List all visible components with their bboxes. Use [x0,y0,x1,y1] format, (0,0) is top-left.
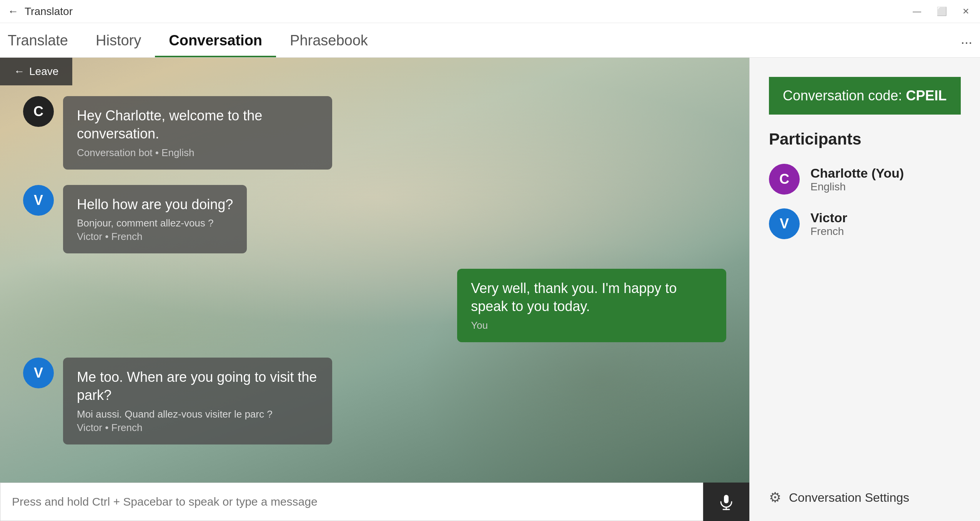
message-bubble: Me too. When are you going to visit the … [63,358,332,444]
message-meta: Conversation bot • English [77,147,318,159]
maximize-button[interactable]: ⬜ [933,5,950,18]
settings-icon: ⚙ [769,489,781,506]
message-sub: Moi aussi. Quand allez-vous visiter le p… [77,408,318,420]
participant-name: Charlotte (You) [810,166,904,181]
message-meta: You [471,320,712,331]
avatar: V [23,358,54,388]
avatar: V [769,208,800,239]
participant-list: C Charlotte (You) English V Victor Frenc… [769,164,961,239]
avatar-letter: V [34,365,43,381]
message-bubble: Hello how are you doing? Bonjour, commen… [63,185,247,254]
message-row: C Hey Charlotte, welcome to the conversa… [23,96,726,170]
close-button[interactable]: ✕ [959,5,972,18]
conv-code-value: CPEIL [906,88,947,104]
tab-conversation[interactable]: Conversation [155,32,276,57]
avatar: C [23,96,54,127]
minimize-button[interactable]: — [910,5,924,18]
chat-input-row [0,475,749,521]
avatar-letter: V [34,192,43,208]
chat-input[interactable] [12,495,691,508]
avatar-letter: C [33,103,43,120]
titlebar-left: ← Translator [8,5,73,18]
message-sub: Bonjour, comment allez-vous ? [77,217,233,229]
chat-area: ← Leave C Hey Charlotte, welcome to the … [0,58,749,521]
tab-history[interactable]: History [82,32,155,57]
titlebar-controls: — ⬜ ✕ [910,5,972,18]
sidebar: Conversation code: CPEIL Participants C … [749,58,980,521]
avatar-letter: C [779,171,789,187]
message-row: Very well, thank you. I'm happy to speak… [23,269,726,342]
avatar-letter: V [780,216,789,232]
nav-tabs: Translate History Conversation Phraseboo… [0,23,980,58]
message-text: Me too. When are you going to visit the … [77,368,318,404]
message-meta: Victor • French [77,231,233,243]
conversation-code-button[interactable]: Conversation code: CPEIL [769,77,961,115]
participant-name: Victor [810,210,847,225]
more-options-button[interactable]: ··· [961,34,972,57]
leave-button[interactable]: ← Leave [0,58,72,85]
chat-input-wrap [0,483,703,521]
app-title: Translator [25,5,73,18]
message-bubble: Very well, thank you. I'm happy to speak… [457,269,726,342]
settings-label: Conversation Settings [789,491,909,505]
back-arrow-icon[interactable]: ← [8,5,18,18]
message-row: V Hello how are you doing? Bonjour, comm… [23,185,726,254]
message-row: V Me too. When are you going to visit th… [23,358,726,444]
participant-info: Charlotte (You) English [810,166,904,193]
participant-item: V Victor French [769,208,961,239]
participant-info: Victor French [810,210,847,238]
conv-code-label: Conversation code: [783,88,902,104]
svg-rect-0 [724,495,729,503]
mic-button[interactable] [703,483,749,521]
participant-language: French [810,225,847,238]
leave-label: Leave [29,65,58,78]
mic-icon [718,493,735,510]
participant-item: C Charlotte (You) English [769,164,961,195]
leave-arrow-icon: ← [14,65,25,78]
participants-title: Participants [769,130,961,148]
message-meta: Victor • French [77,422,318,434]
messages-list: C Hey Charlotte, welcome to the conversa… [0,58,749,475]
nav-tabs-left: Translate History Conversation Phraseboo… [8,32,382,57]
tab-phrasebook[interactable]: Phrasebook [276,32,382,57]
message-text: Hey Charlotte, welcome to the conversati… [77,107,318,143]
settings-row[interactable]: ⚙ Conversation Settings [769,489,961,506]
participant-language: English [810,181,904,193]
avatar: V [23,185,54,216]
message-bubble: Hey Charlotte, welcome to the conversati… [63,96,332,170]
message-text: Very well, thank you. I'm happy to speak… [471,280,712,316]
titlebar: ← Translator — ⬜ ✕ [0,0,980,23]
tab-translate[interactable]: Translate [8,32,82,57]
message-text: Hello how are you doing? [77,196,233,214]
main-layout: ← Leave C Hey Charlotte, welcome to the … [0,58,980,521]
avatar: C [769,164,800,195]
